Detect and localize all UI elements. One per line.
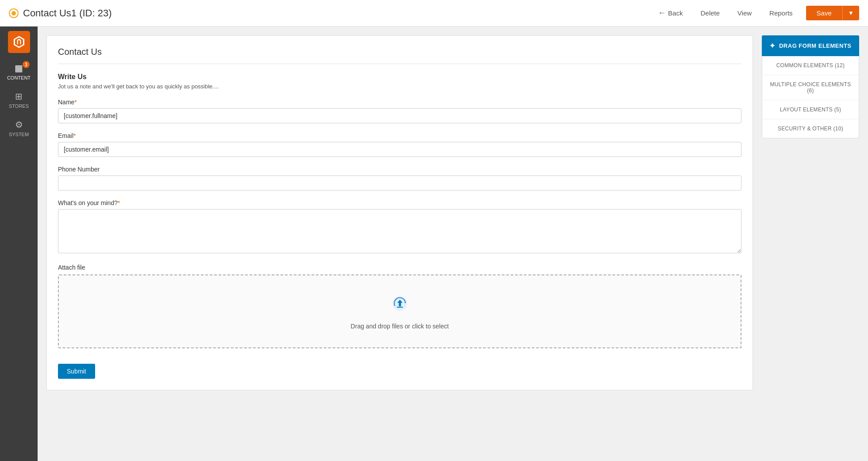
magento-logo[interactable] bbox=[8, 31, 30, 53]
form-section-desc: Jot us a note and we'll get back to you … bbox=[58, 83, 741, 90]
status-icon bbox=[9, 8, 19, 18]
view-button[interactable]: View bbox=[733, 7, 756, 19]
content-area: Contact Us Write Us Jot us a note and we… bbox=[38, 27, 868, 461]
logo-icon bbox=[12, 35, 26, 49]
form-section-title: Write Us bbox=[58, 73, 741, 81]
save-button[interactable]: Save bbox=[806, 6, 842, 20]
left-sidebar: ▦ CONTENT 3 ⊞ STORES ⚙ SYSTEM bbox=[0, 27, 38, 461]
name-field: Name* bbox=[58, 99, 741, 123]
submit-button[interactable]: Submit bbox=[58, 364, 95, 379]
reports-button[interactable]: Reports bbox=[765, 7, 797, 19]
save-btn-group: Save ▼ bbox=[806, 6, 859, 20]
name-input[interactable] bbox=[58, 108, 741, 123]
back-button[interactable]: ← Back bbox=[653, 6, 687, 20]
delete-button[interactable]: Delete bbox=[696, 7, 724, 19]
stores-icon: ⊞ bbox=[15, 91, 23, 102]
email-field: Email* bbox=[58, 132, 741, 157]
content-wrapper: Contact Us Write Us Jot us a note and we… bbox=[46, 35, 859, 390]
drag-icon: ✦ bbox=[769, 42, 776, 50]
message-textarea[interactable] bbox=[58, 209, 741, 253]
top-header: Contact Us1 (ID: 23) ← Back Delete View … bbox=[0, 0, 868, 27]
email-input[interactable] bbox=[58, 142, 741, 157]
sidebar-item-stores[interactable]: ⊞ STORES bbox=[0, 86, 38, 114]
attach-label: Attach file bbox=[58, 264, 741, 271]
right-panel-list: COMMON ELEMENTS (12) MULTIPLE CHOICE ELE… bbox=[762, 56, 859, 138]
upload-icon bbox=[68, 293, 732, 318]
content-badge: 3 bbox=[23, 61, 30, 68]
system-icon: ⚙ bbox=[15, 119, 23, 130]
content-icon: ▦ bbox=[15, 63, 23, 73]
multiple-choice-elements-item[interactable]: MULTIPLE CHOICE ELEMENTS (6) bbox=[762, 75, 859, 100]
save-dropdown-button[interactable]: ▼ bbox=[842, 6, 859, 20]
drop-text: Drag and drop files or click to select bbox=[68, 323, 732, 330]
sidebar-item-system[interactable]: ⚙ SYSTEM bbox=[0, 114, 38, 142]
back-arrow-icon: ← bbox=[658, 8, 666, 18]
right-panel: ✦ DRAG FORM ELEMENTS COMMON ELEMENTS (12… bbox=[762, 35, 859, 390]
message-field: What's on your mind?* bbox=[58, 199, 741, 255]
header-title-group: Contact Us1 (ID: 23) bbox=[9, 8, 653, 19]
attach-field: Attach file Drag and drop files or click… bbox=[58, 264, 741, 348]
message-label: What's on your mind?* bbox=[58, 199, 741, 206]
form-panel-title: Contact Us bbox=[58, 47, 741, 64]
security-other-item[interactable]: SECURITY & OTHER (10) bbox=[762, 119, 859, 138]
header-actions: ← Back Delete View Reports Save ▼ bbox=[653, 6, 859, 20]
main-layout: ▦ CONTENT 3 ⊞ STORES ⚙ SYSTEM Contact Us… bbox=[0, 27, 868, 461]
phone-field: Phone Number bbox=[58, 166, 741, 190]
email-label: Email* bbox=[58, 132, 741, 139]
drag-form-elements-button[interactable]: ✦ DRAG FORM ELEMENTS bbox=[762, 35, 859, 56]
phone-input[interactable] bbox=[58, 175, 741, 190]
layout-elements-item[interactable]: LAYOUT ELEMENTS (5) bbox=[762, 100, 859, 119]
phone-label: Phone Number bbox=[58, 166, 741, 173]
name-label: Name* bbox=[58, 99, 741, 106]
page-title: Contact Us1 (ID: 23) bbox=[23, 8, 112, 19]
form-panel: Contact Us Write Us Jot us a note and we… bbox=[46, 35, 753, 390]
drop-zone[interactable]: Drag and drop files or click to select bbox=[58, 274, 741, 348]
common-elements-item[interactable]: COMMON ELEMENTS (12) bbox=[762, 56, 859, 75]
sidebar-item-content[interactable]: ▦ CONTENT 3 bbox=[0, 57, 38, 86]
